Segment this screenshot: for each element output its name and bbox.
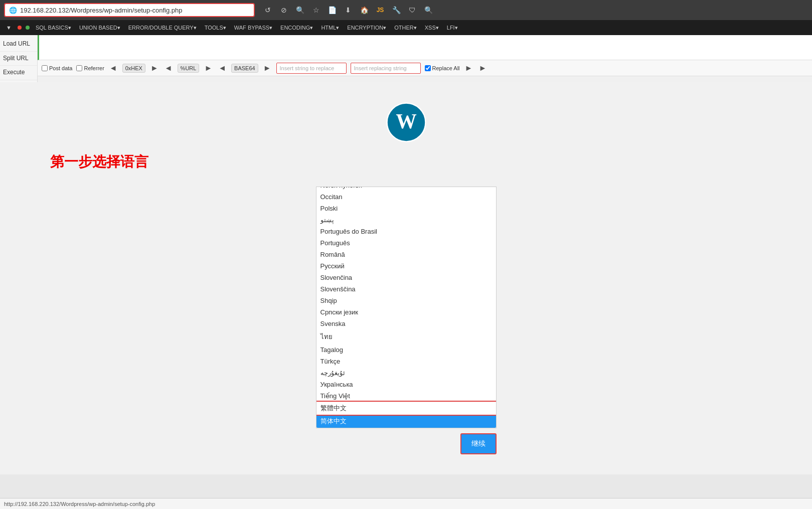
xss-menu[interactable]: XSS▾: [421, 24, 443, 32]
js-icon[interactable]: JS: [374, 4, 386, 16]
download-icon[interactable]: ⬇: [342, 4, 354, 16]
lang-option-2[interactable]: Occitan: [316, 191, 496, 203]
right-arrow-2[interactable]: ►: [203, 64, 213, 73]
tools-menu[interactable]: TOOLS▾: [201, 24, 230, 32]
replace-all-checkbox[interactable]: Replace All: [425, 65, 460, 71]
address-bar[interactable]: 🌐 192.168.220.132/Wordpress/wp-admin/set…: [4, 3, 255, 17]
lfi-menu[interactable]: LFI▾: [443, 24, 462, 32]
browser-icons: ↺ ⊘ 🔍 ☆ 📄 ⬇ 🏠 JS 🔧 🛡 🔍: [262, 4, 434, 16]
post-data-label: Post data: [49, 65, 72, 71]
replace-all-input[interactable]: [425, 65, 431, 71]
continue-button[interactable]: 继续: [460, 433, 497, 454]
right-arrow-5[interactable]: ►: [477, 64, 488, 73]
lang-option-9[interactable]: Slovenčina: [316, 272, 496, 283]
refresh-icon[interactable]: ↺: [262, 4, 274, 16]
url-tag[interactable]: %URL: [178, 64, 200, 73]
step-heading: 第一步选择语言: [50, 152, 148, 172]
lang-option-10[interactable]: Slovenščina: [316, 283, 496, 295]
page-content: W 第一步选择语言 Nederlands (Formeel) Norsk nyn…: [0, 82, 812, 509]
lang-option-3[interactable]: Polski: [316, 203, 496, 214]
language-select-container[interactable]: Nederlands (Formeel) Norsk nynorsk Occit…: [316, 187, 497, 428]
options-bar: Post data Referrer ◄ 0xHEX ► ◄ %URL ► ◄ …: [38, 60, 812, 76]
wordpress-logo: W: [386, 102, 426, 142]
sql-basics-menu[interactable]: SQL BASICS▾: [32, 24, 75, 32]
lang-option-12[interactable]: Српски језик: [316, 306, 496, 318]
split-url-button[interactable]: Split URL: [0, 52, 37, 66]
right-arrow-4[interactable]: ►: [464, 64, 474, 73]
union-based-menu[interactable]: UNION BASED▾: [75, 24, 124, 32]
right-arrow-3[interactable]: ►: [262, 64, 272, 73]
lang-option-16[interactable]: Türkçe: [316, 356, 496, 367]
error-double-menu[interactable]: ERROR/DOUBLE QUERY▾: [124, 24, 201, 32]
execute-button[interactable]: Execute: [0, 66, 37, 80]
waf-bypass-menu[interactable]: WAF BYPASS▾: [230, 24, 276, 32]
insert-replacing-input[interactable]: [351, 63, 421, 74]
browser-window: 🌐 192.168.220.132/Wordpress/wp-admin/set…: [0, 0, 812, 509]
html-menu[interactable]: HTML▾: [317, 24, 343, 32]
globe-icon: 🌐: [9, 7, 17, 14]
lang-option-18[interactable]: Українська: [316, 379, 496, 390]
stop-icon[interactable]: ⊘: [278, 4, 290, 16]
post-data-input[interactable]: [42, 65, 48, 71]
encoding-menu[interactable]: ENCODING▾: [276, 24, 317, 32]
right-arrow-1[interactable]: ►: [149, 64, 159, 73]
encryption-menu[interactable]: ENCRYPTION▾: [343, 24, 390, 32]
wp-setup-area: W 第一步选择语言 Nederlands (Formeel) Norsk nyn…: [0, 82, 812, 474]
lang-option-4[interactable]: پښتو: [316, 214, 496, 226]
star-icon[interactable]: ☆: [310, 4, 322, 16]
hex-tag[interactable]: 0xHEX: [122, 64, 145, 73]
lang-option-6[interactable]: Português: [316, 237, 496, 249]
other-menu[interactable]: OTHER▾: [390, 24, 421, 32]
extension1-icon[interactable]: 🔧: [390, 4, 402, 16]
home-icon[interactable]: 🏠: [358, 4, 370, 16]
pentest-toolbar: ▼ SQL BASICS▾ UNION BASED▾ ERROR/DOUBLE …: [0, 20, 812, 35]
read-icon[interactable]: 📄: [326, 4, 338, 16]
status-url: http://192.168.220.132/Wordpress/wp-admi…: [4, 501, 155, 507]
svg-text:W: W: [396, 110, 417, 133]
lang-option-14[interactable]: ไทย: [316, 329, 496, 344]
lang-option-17[interactable]: ئۇيغۇرچە: [316, 367, 496, 379]
left-arrow-1[interactable]: ◄: [108, 64, 118, 73]
shield-icon[interactable]: 🛡: [406, 4, 418, 16]
lang-option-selected[interactable]: 简体中文: [316, 415, 496, 428]
load-url-button[interactable]: Load URL: [0, 37, 37, 52]
continue-area: 继续: [316, 433, 497, 454]
lang-option-19[interactable]: Tiếng Việt: [316, 390, 496, 402]
status-dot-green: [26, 26, 30, 30]
lang-option-11[interactable]: Shqip: [316, 295, 496, 306]
lang-option-20[interactable]: 繁體中文: [316, 402, 496, 415]
post-data-checkbox[interactable]: Post data: [42, 65, 72, 71]
zoom-icon[interactable]: 🔍: [422, 4, 434, 16]
lang-option-7[interactable]: Română: [316, 249, 496, 260]
language-list[interactable]: Nederlands (Formeel) Norsk nynorsk Occit…: [316, 187, 496, 428]
referrer-checkbox[interactable]: Referrer: [76, 65, 104, 71]
sidebar: Load URL Split URL Execute: [0, 35, 38, 82]
lang-option-5[interactable]: Português do Brasil: [316, 226, 496, 237]
status-dot-red: [18, 26, 22, 30]
status-bar: http://192.168.220.132/Wordpress/wp-admi…: [0, 498, 812, 509]
browser-bar: 🌐 192.168.220.132/Wordpress/wp-admin/set…: [0, 0, 812, 20]
referrer-label: Referrer: [84, 65, 104, 71]
lang-option-13[interactable]: Svenska: [316, 318, 496, 329]
pentest-dropdown[interactable]: ▼: [2, 24, 16, 32]
search-icon[interactable]: 🔍: [294, 4, 306, 16]
left-arrow-2[interactable]: ◄: [164, 64, 174, 73]
lang-option-1[interactable]: Norsk nynorsk: [316, 187, 496, 191]
left-arrow-3[interactable]: ◄: [217, 64, 227, 73]
lang-option-8[interactable]: Русский: [316, 260, 496, 272]
options-row: Load URL Split URL Execute Post data Ref…: [0, 35, 812, 82]
insert-string-input[interactable]: [276, 63, 347, 74]
replace-all-label: Replace All: [432, 65, 460, 71]
lang-option-15[interactable]: Tagalog: [316, 344, 496, 356]
base64-tag[interactable]: BASE64: [231, 64, 258, 73]
referrer-input[interactable]: [76, 65, 82, 71]
url-display: 192.168.220.132/Wordpress/wp-admin/setup…: [20, 7, 183, 14]
